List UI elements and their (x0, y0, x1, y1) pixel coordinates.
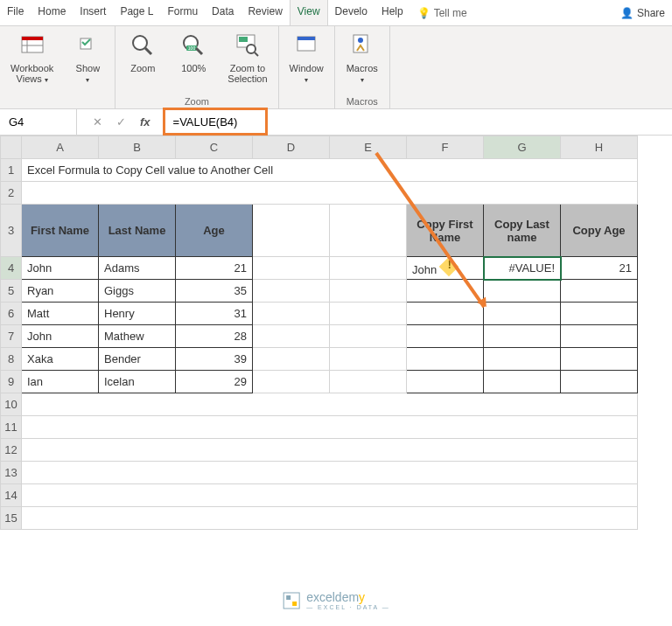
col-E[interactable]: E (330, 136, 407, 159)
header-copy-age[interactable]: Copy Age (561, 205, 638, 257)
cell[interactable] (22, 182, 638, 205)
zoom-button[interactable]: Zoom (122, 30, 163, 75)
col-C[interactable]: C (176, 136, 253, 159)
row-2[interactable]: 2 (1, 182, 22, 205)
col-A[interactable]: A (22, 136, 99, 159)
select-all[interactable] (1, 136, 22, 159)
cell[interactable] (253, 205, 330, 257)
show-button[interactable]: Show▾ (67, 30, 108, 86)
tab-home[interactable]: Home (31, 0, 73, 25)
share-button[interactable]: 👤Share (613, 0, 672, 25)
tab-page-layout[interactable]: Page L (113, 0, 160, 25)
name-box[interactable]: G4 (0, 109, 77, 135)
cell-H8[interactable] (561, 348, 638, 371)
row-8[interactable]: 8 (1, 348, 22, 371)
cell-B4[interactable]: Adams (99, 257, 176, 280)
tab-insert[interactable]: Insert (73, 0, 113, 25)
cell[interactable] (330, 325, 407, 348)
cell[interactable] (253, 257, 330, 280)
row-13[interactable]: 13 (1, 462, 22, 484)
cell-B7[interactable]: Mathew (99, 325, 176, 348)
zoom-selection-button[interactable]: Zoom to Selection (224, 30, 270, 86)
col-G[interactable]: G (484, 136, 561, 159)
cell[interactable] (22, 393, 638, 416)
macros-button[interactable]: Macros▾ (342, 30, 382, 86)
cell[interactable] (330, 280, 407, 303)
row-3[interactable]: 3 (1, 205, 22, 257)
cell-H9[interactable] (561, 371, 638, 393)
title-cell[interactable]: Excel Formula to Copy Cell value to Anot… (22, 159, 638, 182)
row-14[interactable]: 14 (1, 484, 22, 507)
cell-A9[interactable]: Ian (22, 371, 99, 393)
header-age[interactable]: Age (176, 205, 253, 257)
row-7[interactable]: 7 (1, 325, 22, 348)
cell[interactable] (330, 205, 407, 257)
row-6[interactable]: 6 (1, 303, 22, 325)
tab-developer[interactable]: Develo (328, 0, 374, 25)
cell-F9[interactable] (407, 371, 484, 393)
cell[interactable] (253, 325, 330, 348)
cell[interactable] (22, 507, 638, 530)
cell[interactable] (330, 371, 407, 393)
row-12[interactable]: 12 (1, 439, 22, 462)
cell-C9[interactable]: 29 (176, 371, 253, 393)
cell-A8[interactable]: Xaka (22, 348, 99, 371)
formula-input[interactable]: =VALUE(B4) (166, 109, 672, 135)
cell-B8[interactable]: Bender (99, 348, 176, 371)
tell-me[interactable]: 💡Tell me (410, 0, 474, 25)
cell-G4-selected[interactable]: #VALUE! (484, 257, 561, 280)
worksheet[interactable]: A B C D E F G H 1Excel Formula to Copy C… (0, 136, 672, 530)
cell-A4[interactable]: John (22, 257, 99, 280)
row-4[interactable]: 4 (1, 257, 22, 280)
row-9[interactable]: 9 (1, 371, 22, 393)
cell-B6[interactable]: Henry (99, 303, 176, 325)
tab-formulas[interactable]: Formu (160, 0, 205, 25)
workbook-views-button[interactable]: Workbook Views ▾ (7, 30, 57, 86)
tab-file[interactable]: File (0, 0, 31, 25)
cell-A7[interactable]: John (22, 325, 99, 348)
cell-G5[interactable] (484, 280, 561, 303)
row-10[interactable]: 10 (1, 393, 22, 416)
cell-G6[interactable] (484, 303, 561, 325)
cell[interactable] (330, 303, 407, 325)
row-15[interactable]: 15 (1, 507, 22, 530)
cell[interactable] (330, 348, 407, 371)
row-5[interactable]: 5 (1, 280, 22, 303)
tab-review[interactable]: Review (241, 0, 289, 25)
header-copy-last[interactable]: Copy Last name (484, 205, 561, 257)
tab-view[interactable]: View (290, 0, 328, 25)
header-first-name[interactable]: First Name (22, 205, 99, 257)
cell-B9[interactable]: Icelan (99, 371, 176, 393)
cell[interactable] (22, 416, 638, 439)
enter-formula-icon[interactable]: ✓ (116, 115, 126, 129)
cell-A6[interactable]: Matt (22, 303, 99, 325)
col-D[interactable]: D (253, 136, 330, 159)
cell-H7[interactable] (561, 325, 638, 348)
col-H[interactable]: H (561, 136, 638, 159)
window-button[interactable]: Window▾ (286, 30, 327, 86)
cell[interactable] (253, 371, 330, 393)
cell-G9[interactable] (484, 371, 561, 393)
tab-help[interactable]: Help (374, 0, 410, 25)
header-last-name[interactable]: Last Name (99, 205, 176, 257)
cell[interactable] (330, 257, 407, 280)
col-F[interactable]: F (407, 136, 484, 159)
cell-C5[interactable]: 35 (176, 280, 253, 303)
row-11[interactable]: 11 (1, 416, 22, 439)
cell-G7[interactable] (484, 325, 561, 348)
cell[interactable] (22, 484, 638, 507)
cell-H5[interactable] (561, 280, 638, 303)
cell-C6[interactable]: 31 (176, 303, 253, 325)
row-1[interactable]: 1 (1, 159, 22, 182)
cell[interactable] (22, 439, 638, 462)
cell-F8[interactable] (407, 348, 484, 371)
cancel-formula-icon[interactable]: ✕ (93, 115, 102, 129)
cell-C7[interactable]: 28 (176, 325, 253, 348)
cell-F4[interactable]: John (407, 257, 484, 280)
cell-F6[interactable] (407, 303, 484, 325)
cell-C4[interactable]: 21 (176, 257, 253, 280)
fx-icon[interactable]: fx (140, 115, 150, 129)
zoom-100-button[interactable]: 100 100% (173, 30, 214, 75)
col-B[interactable]: B (99, 136, 176, 159)
cell-H4[interactable]: 21 (561, 257, 638, 280)
